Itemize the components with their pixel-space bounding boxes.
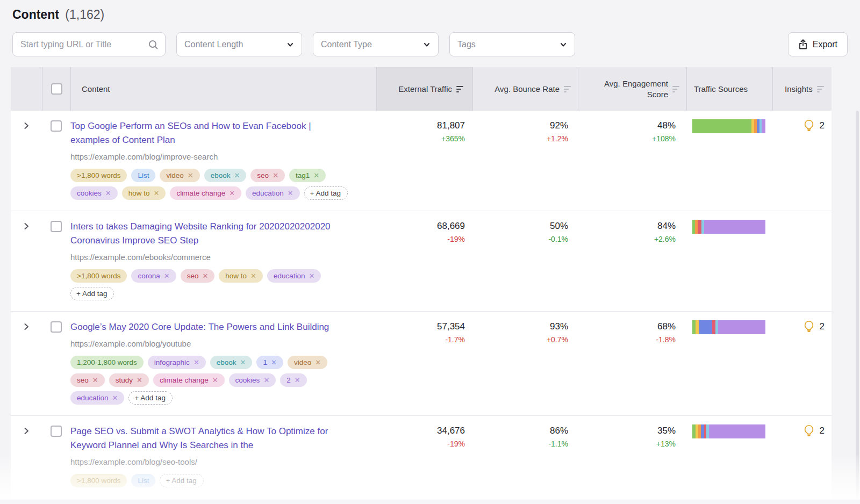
- row-select-cell: [42, 111, 70, 211]
- search-box[interactable]: [12, 32, 166, 56]
- row-select-cell: [42, 416, 70, 498]
- content-title-link[interactable]: Page SEO vs. Submit a SWOT Analytics & H…: [70, 424, 346, 452]
- content-cell: Google’s May 2020 Core Update: The Power…: [70, 312, 376, 415]
- insights-cell[interactable]: 2: [772, 111, 832, 211]
- tag-pill: >1,800 words: [70, 169, 127, 182]
- expand-row-button[interactable]: [22, 222, 31, 231]
- vertical-scrollbar[interactable]: [856, 111, 859, 499]
- tag-label: 2: [286, 376, 291, 384]
- add-tag-button[interactable]: + Add tag: [128, 391, 172, 405]
- row-select-cell: [42, 211, 70, 311]
- header-insights[interactable]: Insights: [772, 67, 832, 111]
- tag-remove-icon[interactable]: ✕: [240, 358, 246, 366]
- insights-cell[interactable]: 2: [772, 312, 832, 415]
- tag-remove-icon[interactable]: ✕: [188, 171, 194, 179]
- add-tag-button[interactable]: + Add tag: [70, 287, 114, 300]
- tag-pill: education✕: [70, 391, 124, 405]
- row-checkbox[interactable]: [51, 426, 62, 437]
- engagement-score-value: 68%: [578, 320, 676, 333]
- row-checkbox[interactable]: [51, 321, 62, 333]
- bounce-rate-value: 93%: [472, 320, 568, 333]
- tag-label: climate change: [160, 376, 209, 384]
- tag-remove-icon[interactable]: ✕: [212, 376, 218, 384]
- content-url: https://example.com/blog/improve-search: [70, 150, 376, 163]
- tag-remove-icon[interactable]: ✕: [295, 376, 300, 384]
- tag-label: study: [116, 376, 133, 384]
- expand-row-button[interactable]: [22, 322, 31, 331]
- content-url: https://example.com/blog/seo-tools/: [70, 456, 376, 469]
- insight-bulb-icon: [803, 320, 815, 333]
- header-bounce-rate[interactable]: Avg. Bounce Rate: [472, 67, 578, 111]
- engagement-score-value: 48%: [578, 119, 676, 132]
- insight-bulb: [803, 119, 815, 134]
- content-title-link[interactable]: Top Google Perform an SEOs and How to Ev…: [70, 119, 346, 147]
- sort-icon: [456, 86, 463, 92]
- tag-remove-icon[interactable]: ✕: [112, 394, 118, 402]
- header-bounce-rate-label: Avg. Bounce Rate: [494, 84, 560, 93]
- tag-pill: video✕: [160, 169, 199, 182]
- tag-remove-icon[interactable]: ✕: [313, 171, 319, 179]
- tag-label: ebook: [217, 358, 236, 366]
- external-traffic-change: +365%: [376, 132, 465, 145]
- export-button[interactable]: Export: [788, 32, 848, 56]
- header-select-all-cell: [42, 67, 70, 111]
- tag-remove-icon[interactable]: ✕: [288, 189, 293, 197]
- tag-remove-icon[interactable]: ✕: [137, 376, 142, 384]
- insight-count: 2: [820, 320, 825, 333]
- tag-label: List: [138, 477, 149, 485]
- tag-remove-icon[interactable]: ✕: [271, 358, 277, 366]
- sort-icon: [817, 86, 824, 92]
- table-row: Top Google Perform an SEOs and How to Ev…: [11, 111, 832, 211]
- expand-cell: [11, 416, 42, 498]
- tag-label: seo: [77, 376, 89, 384]
- tag-label: 1: [263, 358, 267, 366]
- add-tag-button[interactable]: + Add tag: [160, 474, 203, 487]
- add-tag-button[interactable]: + Add tag: [304, 186, 348, 200]
- sort-icon: [564, 86, 571, 92]
- traffic-sources-bar: [692, 320, 765, 334]
- tag-remove-icon[interactable]: ✕: [315, 358, 321, 366]
- tag-pill: List: [131, 474, 155, 487]
- tag-remove-icon[interactable]: ✕: [153, 189, 159, 197]
- content-type-dropdown[interactable]: Content Type: [313, 32, 439, 56]
- expand-cell: [11, 111, 42, 211]
- tag-remove-icon[interactable]: ✕: [194, 358, 199, 366]
- tag-remove-icon[interactable]: ✕: [309, 272, 315, 280]
- expand-row-button[interactable]: [22, 121, 31, 130]
- row-checkbox[interactable]: [51, 221, 62, 232]
- page-head: Content (1,162): [0, 0, 860, 22]
- bounce-rate-value: 50%: [472, 220, 568, 233]
- header-external-traffic[interactable]: External Traffic: [376, 67, 472, 111]
- tag-pill: >1,800 words: [70, 474, 127, 487]
- content-title-link[interactable]: Inters to takes Damaging Website Ranking…: [70, 220, 346, 248]
- content-title-link[interactable]: Google’s May 2020 Core Update: The Power…: [70, 320, 346, 334]
- tag-pill: video✕: [288, 356, 327, 369]
- tag-label: how to: [225, 272, 247, 280]
- tag-remove-icon[interactable]: ✕: [202, 272, 208, 280]
- tag-remove-icon[interactable]: ✕: [234, 171, 240, 179]
- external-traffic-change: -19%: [376, 437, 465, 450]
- tags-dropdown[interactable]: Tags: [449, 32, 575, 56]
- search-input[interactable]: [20, 40, 148, 49]
- header-insights-label: Insights: [785, 84, 813, 93]
- tag-remove-icon[interactable]: ✕: [250, 272, 256, 280]
- tag-remove-icon[interactable]: ✕: [105, 189, 111, 197]
- content-length-label: Content Length: [184, 40, 243, 49]
- external-traffic-value: 81,807: [376, 119, 465, 132]
- tag-remove-icon[interactable]: ✕: [273, 171, 278, 179]
- traffic-source-segment-purple: [762, 119, 765, 133]
- content-length-dropdown[interactable]: Content Length: [176, 32, 302, 56]
- tag-remove-icon[interactable]: ✕: [263, 376, 269, 384]
- insight-bulb: [803, 320, 815, 335]
- select-all-checkbox[interactable]: [51, 83, 62, 95]
- tag-remove-icon[interactable]: ✕: [229, 189, 235, 197]
- expand-row-button[interactable]: [22, 427, 31, 435]
- row-checkbox[interactable]: [51, 120, 62, 132]
- tag-remove-icon[interactable]: ✕: [164, 272, 170, 280]
- tag-pill: ebook✕: [204, 169, 247, 182]
- bounce-rate-change: -0.1%: [472, 233, 568, 246]
- header-engagement-score[interactable]: Avg. Engagement Score: [578, 67, 686, 111]
- export-label: Export: [813, 40, 837, 49]
- tag-remove-icon[interactable]: ✕: [92, 376, 98, 384]
- insights-cell[interactable]: 2: [772, 416, 832, 498]
